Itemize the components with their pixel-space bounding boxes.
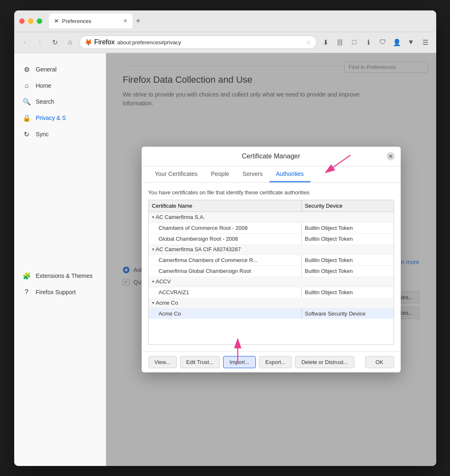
sidebar-item-general[interactable]: ⚙ General [14, 61, 106, 78]
modal-description: You have certificates on file that ident… [148, 189, 394, 196]
certificate-manager-modal: Certificate Manager ✕ Your Certificates … [142, 147, 401, 372]
library-icon[interactable]: ||| [334, 36, 346, 48]
download-icon[interactable]: ⬇ [320, 36, 332, 48]
menu-icon[interactable]: ☰ [419, 36, 431, 48]
toolbar-icons: ⬇ ||| □ ℹ 🛡 👤 ▼ ☰ [320, 36, 431, 48]
main-content: ⚙ General ⌂ Home 🔍 Search 🔒 Privacy & S … [14, 53, 436, 466]
cert-row[interactable]: Chambers of Commerce Root - 2008 Builtin… [149, 222, 394, 233]
modal-close-button[interactable]: ✕ [386, 152, 395, 160]
cert-device: Builtin Object Token [302, 223, 394, 233]
cert-group-ac-camerfirma-sa[interactable]: ▾ AC Camerfirma SA CIF A82743287 [149, 244, 394, 255]
cert-group-label: AC Camerfirma S.A. [156, 214, 205, 220]
shield-icon[interactable]: 🛡 [377, 36, 389, 48]
cert-row[interactable]: Camerfirma Chambers of Commerce R... Bui… [149, 255, 394, 265]
tab-close-button[interactable]: ✕ [123, 18, 127, 24]
cert-group-acme-co[interactable]: ▾ Acme Co [149, 298, 394, 308]
tab-people[interactable]: People [204, 166, 236, 182]
group-toggle-icon: ▾ [152, 300, 154, 305]
info-icon[interactable]: ℹ [363, 36, 374, 48]
back-button[interactable]: ‹ [19, 36, 31, 48]
sidebar-icon[interactable]: □ [348, 36, 360, 48]
sidebar-item-label-general: General [36, 66, 57, 73]
tab-title: Preferences [62, 18, 92, 24]
sidebar-item-privacy[interactable]: 🔒 Privacy & S [14, 110, 106, 126]
firefox-icon: 🦊 [85, 39, 92, 46]
cert-col-device-header: Security Device [302, 200, 394, 211]
sidebar: ⚙ General ⌂ Home 🔍 Search 🔒 Privacy & S … [14, 53, 106, 466]
browser-window: ✕ Preferences ✕ + ‹ › ↻ ⌂ 🦊 Firefox abou… [14, 10, 436, 466]
cert-group-label: AC Camerfirma SA CIF A82743287 [156, 246, 241, 252]
edit-trust-button[interactable]: Edit Trust... [180, 356, 220, 368]
sidebar-item-extensions[interactable]: 🧩 Extensions & Themes [14, 268, 106, 284]
general-icon: ⚙ [23, 66, 31, 74]
sidebar-item-search[interactable]: 🔍 Search [14, 94, 106, 110]
refresh-button[interactable]: ↻ [49, 36, 61, 48]
export-button[interactable]: Export... [259, 356, 292, 368]
home-icon: ⌂ [23, 82, 31, 89]
maximize-traffic-light[interactable] [37, 18, 42, 24]
cert-col-name-header: Certificate Name [149, 200, 302, 211]
modal-body: You have certificates on file that ident… [142, 183, 401, 351]
account-icon[interactable]: 👤 [391, 36, 403, 48]
group-toggle-icon: ▾ [152, 215, 154, 219]
cert-row[interactable]: Camerfirma Global Chambersign Root Built… [149, 265, 394, 276]
support-icon: ? [23, 288, 31, 296]
new-tab-button[interactable]: + [132, 15, 144, 27]
forward-button[interactable]: › [34, 36, 46, 48]
tab-servers[interactable]: Servers [236, 166, 269, 182]
import-button[interactable]: Import... [223, 356, 256, 368]
privacy-icon: 🔒 [23, 114, 31, 122]
tab-authorities[interactable]: Authorities [269, 166, 310, 182]
cert-row[interactable]: Global Chambersign Root - 2008 Builtin O… [149, 233, 394, 244]
cert-device: Builtin Object Token [302, 266, 394, 276]
cert-device: Builtin Object Token [302, 287, 394, 298]
delete-distrust-button[interactable]: Delete or Distrust... [295, 356, 354, 368]
modal-title: Certificate Manager [242, 153, 300, 160]
sidebar-item-home[interactable]: ⌂ Home [14, 78, 106, 94]
traffic-lights [19, 18, 42, 24]
home-button[interactable]: ⌂ [64, 36, 76, 48]
cert-row[interactable]: ACCVRAIZ1 Builtin Object Token [149, 287, 394, 298]
sidebar-item-label-sync: Sync [36, 131, 49, 137]
search-sidebar-icon: 🔍 [23, 98, 31, 106]
modal-header: Certificate Manager ✕ [142, 147, 401, 166]
certificate-table: Certificate Name Security Device ▾ AC Ca… [148, 200, 394, 345]
cert-row-selected[interactable]: Acme Co Software Security Device [149, 308, 394, 319]
minimize-traffic-light[interactable] [28, 18, 33, 24]
ok-button[interactable]: OK [365, 356, 394, 368]
active-tab[interactable]: ✕ Preferences ✕ [49, 13, 132, 28]
cert-name: Camerfirma Chambers of Commerce R... [149, 255, 302, 265]
sidebar-item-label-extensions: Extensions & Themes [36, 272, 93, 279]
firefox-label: Firefox [94, 38, 115, 46]
address-bar[interactable]: 🦊 Firefox about:preferences#privacy ☆ [79, 36, 317, 49]
sidebar-item-support[interactable]: ? Firefox Support [14, 284, 106, 300]
title-bar: ✕ Preferences ✕ + [14, 10, 436, 32]
vpn-icon[interactable]: ▼ [405, 36, 417, 48]
tab-your-certificates[interactable]: Your Certificates [148, 166, 204, 182]
cert-group-ac-camerfirma[interactable]: ▾ AC Camerfirma S.A. [149, 212, 394, 222]
close-traffic-light[interactable] [19, 18, 25, 24]
cert-device: Builtin Object Token [302, 234, 394, 244]
cert-group-label: ACCV [156, 278, 171, 285]
sidebar-item-sync[interactable]: ↻ Sync [14, 126, 106, 143]
cert-name: ACCVRAIZ1 [149, 287, 302, 298]
address-text: about:preferences#privacy [117, 39, 303, 46]
sidebar-item-label-home: Home [36, 82, 51, 89]
tabs-area: ✕ Preferences ✕ + [49, 13, 431, 28]
cert-group-label: Acme Co [156, 300, 178, 306]
tab-favicon: ✕ [54, 18, 59, 24]
group-toggle-icon: ▾ [152, 247, 154, 252]
cert-name: Acme Co [149, 308, 302, 319]
modal-overlay: Certificate Manager ✕ Your Certificates … [106, 53, 436, 466]
modal-footer: View... Edit Trust... Import... Export..… [142, 351, 401, 372]
nav-bar: ‹ › ↻ ⌂ 🦊 Firefox about:preferences#priv… [14, 32, 436, 53]
cert-name: Camerfirma Global Chambersign Root [149, 266, 302, 276]
extensions-icon: 🧩 [23, 272, 31, 280]
sidebar-item-label-search: Search [36, 98, 54, 105]
sync-icon: ↻ [23, 130, 31, 138]
page-content: Firefox Data Collection and Use We striv… [106, 53, 436, 466]
bookmark-icon[interactable]: ☆ [306, 39, 311, 46]
view-button[interactable]: View... [148, 356, 177, 368]
cert-group-accv[interactable]: ▾ ACCV [149, 276, 394, 287]
modal-tabs: Your Certificates People Servers Authori… [142, 166, 401, 183]
